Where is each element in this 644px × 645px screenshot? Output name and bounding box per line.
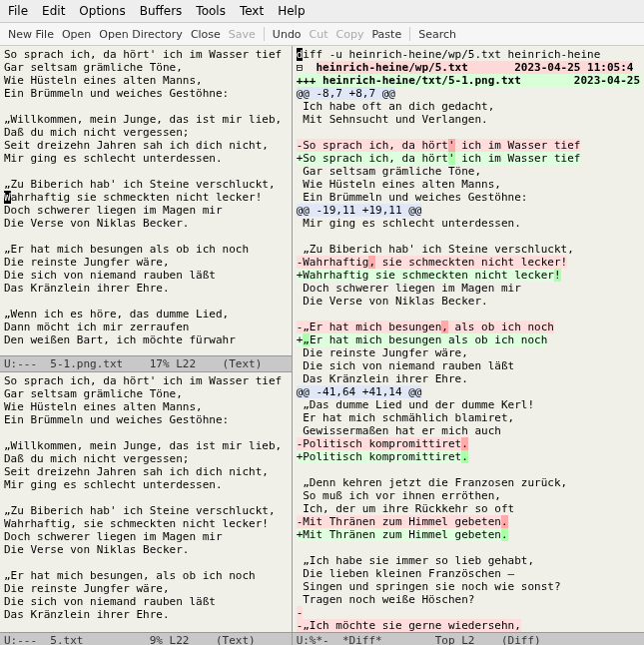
text-line: So sprach ich, da hört' ich im Wasser ti… (4, 374, 288, 387)
buffer-5-1-png-txt[interactable]: So sprach ich, da hört' ich im Wasser ti… (0, 46, 292, 355)
diff-context (297, 126, 640, 139)
toolbar-new-file[interactable]: New File (8, 28, 54, 41)
text-line: „Zu Biberich hab' ich Steine verschluckt… (4, 178, 288, 191)
text-line: Die sich von niemand rauben läßt (4, 595, 288, 608)
diff-context: Die sich von niemand rauben läßt (297, 359, 640, 372)
toolbar-undo[interactable]: Undo (273, 28, 302, 41)
toolbar-save: Save (229, 28, 256, 41)
diff-hunk-header: @@ -41,64 +41,14 @@ (297, 385, 640, 398)
text-line (4, 556, 288, 569)
menu-tools[interactable]: Tools (196, 4, 226, 18)
text-line (4, 621, 288, 632)
buffer-5-txt[interactable]: So sprach ich, da hört' ich im Wasser ti… (0, 372, 292, 632)
modeline-5-txt: U:--- 5.txt 9% L22 (Text) (0, 632, 292, 645)
toolbar-copy: Copy (336, 28, 364, 41)
toolbar-close[interactable]: Close (191, 28, 221, 41)
text-line: Wahrhaftig sie schmeckten nicht lecker! (4, 191, 288, 204)
text-line (4, 491, 288, 504)
text-line: Doch schwerer liegen im Magen mir (4, 530, 288, 543)
menu-file[interactable]: File (8, 4, 28, 18)
diff-context: „Denn kehren jetzt die Franzosen zurück, (297, 476, 640, 489)
workarea: So sprach ich, da hört' ich im Wasser ti… (0, 46, 644, 645)
toolbar-separator (409, 27, 410, 41)
diff-context (297, 308, 640, 321)
diff-removed: - (297, 606, 640, 619)
text-line: „Er hat mich besungen, als ob ich noch (4, 569, 288, 582)
menu-text[interactable]: Text (240, 4, 264, 18)
buffer-diff[interactable]: diff -u heinrich-heine/wp/5.txt heinrich… (293, 46, 644, 632)
text-line: Die reinste Jungfer wäre, (4, 582, 288, 595)
diff-removed: -Mit Thränen zum Himmel gebeten. (297, 515, 640, 528)
toolbar-paste[interactable]: Paste (371, 28, 401, 41)
text-line: Die reinste Jungfer wäre, (4, 256, 288, 269)
text-line: Gar seltsam grämliche Töne, (4, 61, 288, 74)
text-line: Daß du mich nicht vergessen; (4, 452, 288, 465)
text-line (4, 426, 288, 439)
diff-context (297, 463, 640, 476)
toolbar-search[interactable]: Search (418, 28, 456, 41)
text-line: „Er hat mich besungen als ob ich noch (4, 243, 288, 256)
text-line: Wie Hüsteln eines alten Manns, (4, 74, 288, 87)
text-line: Dann möcht ich mir zerraufen (4, 321, 288, 333)
diff-context: Mit Sehnsucht und Verlangen. (297, 113, 640, 126)
diff-context: Gewissermaßen hat er mich auch (297, 424, 640, 437)
diff-file-removed: ⊟ heinrich-heine/wp/5.txt 2023-04-25 11:… (297, 61, 640, 74)
menu-edit[interactable]: Edit (42, 4, 65, 18)
text-line (4, 230, 288, 243)
text-line: Die Verse von Niklas Becker. (4, 543, 288, 556)
left-column: So sprach ich, da hört' ich im Wasser ti… (0, 46, 293, 645)
diff-added: +„Er hat mich besungen als ob ich noch (297, 333, 640, 346)
diff-removed: -Wahrhaftig, sie schmeckten nicht lecker… (297, 256, 640, 269)
diff-context: Die reinste Jungfer wäre, (297, 346, 640, 359)
modeline-5-1-png-txt: U:--- 5-1.png.txt 17% L22 (Text) (0, 355, 292, 372)
text-line: Daß du mich nicht vergessen; (4, 126, 288, 139)
diff-removed: -So sprach ich, da hört' ich im Wasser t… (297, 139, 640, 152)
menu-options[interactable]: Options (79, 4, 125, 18)
diff-context: Tragen noch weiße Höschen? (297, 593, 640, 606)
text-line: Wie Hüsteln eines alten Manns, (4, 400, 288, 413)
diff-context: Wie Hüsteln eines alten Manns, (297, 178, 640, 191)
text-line: Mir ging es schlecht unterdessen. (4, 478, 288, 491)
diff-hunk-header: @@ -8,7 +8,7 @@ (297, 87, 640, 100)
toolbar-cut: Cut (310, 28, 328, 41)
text-line: Die Verse von Niklas Becker. (4, 217, 288, 230)
text-line: Seit dreizehn Jahren sah ich dich nicht, (4, 465, 288, 478)
toolbar-open[interactable]: Open (62, 28, 91, 41)
menu-help[interactable]: Help (278, 4, 305, 18)
diff-context: Ich, der um ihre Rückkehr so oft (297, 502, 640, 515)
text-line: Doch schwerer liegen im Magen mir (4, 204, 288, 217)
text-line: Mir ging es schlecht unterdessen. (4, 152, 288, 165)
menu-buffers[interactable]: Buffers (140, 4, 183, 18)
diff-added: +Politisch kompromittiret. (297, 450, 640, 463)
diff-context: So muß ich vor ihnen erröthen, (297, 489, 640, 502)
diff-context: Die lieben kleinen Französchen – (297, 567, 640, 580)
text-line: Seit dreizehn Jahren sah ich dich nicht, (4, 139, 288, 152)
menubar[interactable]: FileEditOptionsBuffersToolsTextHelp (0, 0, 644, 23)
toolbar[interactable]: New FileOpenOpen DirectoryCloseSaveUndoC… (0, 23, 644, 46)
modeline-diff: U:%*- *Diff* Top L2 (Diff) (293, 632, 644, 645)
toolbar-open-dir[interactable]: Open Directory (99, 28, 183, 41)
diff-cmd: diff -u heinrich-heine/wp/5.txt heinrich… (297, 48, 640, 61)
text-line: Gar seltsam grämliche Töne, (4, 387, 288, 400)
text-line: Ein Brümmeln und weiches Gestöhne: (4, 87, 288, 100)
text-line: Das Kränzlein ihrer Ehre. (4, 608, 288, 621)
diff-added: +Wahrhaftig sie schmeckten nicht lecker! (297, 269, 640, 282)
diff-context: Singen und springen sie noch wie sonst? (297, 580, 640, 593)
text-line: Ein Brümmeln und weiches Gestöhne: (4, 413, 288, 426)
diff-removed: -Politisch kompromittiret. (297, 437, 640, 450)
text-line: „Willkommen, mein Junge, das ist mir lie… (4, 439, 288, 452)
diff-context: Die Verse von Niklas Becker. (297, 295, 640, 308)
diff-context (297, 541, 640, 554)
text-line: „Zu Biberich hab' ich Steine verschluckt… (4, 504, 288, 517)
diff-context: Gar seltsam grämliche Töne, (297, 165, 640, 178)
text-line: Wahrhaftig, sie schmeckten nicht lecker! (4, 517, 288, 530)
text-line: So sprach ich, da hört' ich im Wasser ti… (4, 48, 288, 61)
diff-context: Das Kränzlein ihrer Ehre. (297, 372, 640, 385)
diff-context: „Ich habe sie immer so lieb gehabt, (297, 554, 640, 567)
diff-added: +Mit Thränen zum Himmel gebeten. (297, 528, 640, 541)
diff-file-added: +++ heinrich-heine/txt/5-1.png.txt 2023-… (297, 74, 640, 87)
text-line (4, 165, 288, 178)
diff-context: „Zu Biberich hab' ich Steine verschluckt… (297, 243, 640, 256)
diff-removed: -„Ich möchte sie gerne wiedersehn, (297, 619, 640, 632)
text-line: Den weißen Bart, ich möchte fürwahr (4, 333, 288, 346)
